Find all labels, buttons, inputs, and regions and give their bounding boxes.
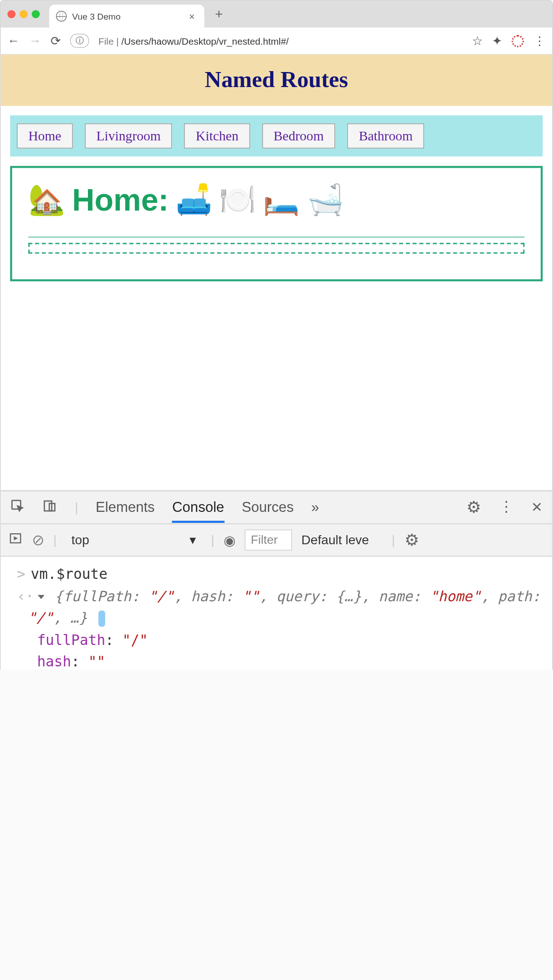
nav-livingroom[interactable]: Livingroom	[85, 124, 172, 149]
tab-active[interactable]: Vue 3 Demo ×	[49, 5, 204, 27]
settings-icon[interactable]: ⚙	[466, 498, 481, 516]
extensions-icon[interactable]: ✦	[492, 33, 502, 48]
devtools-tabs: | Elements Console Sources » ⚙ ⋮ ✕	[0, 491, 552, 524]
back-button[interactable]: ←	[7, 34, 20, 48]
window-controls	[7, 10, 40, 18]
toggle-sidebar-icon[interactable]	[9, 531, 22, 548]
minimize-window-icon[interactable]	[20, 10, 28, 18]
bed-icon: 🛏️	[263, 182, 300, 217]
nav-bedroom[interactable]: Bedroom	[262, 124, 335, 149]
nav-container: Home Livingroom Kitchen Bedroom Bathroom	[10, 115, 543, 156]
forward-button[interactable]: →	[29, 34, 41, 48]
chevron-down-icon: ▾	[189, 532, 196, 548]
page-content: Named Routes Home Livingroom Kitchen Bed…	[0, 55, 552, 490]
console-output[interactable]: >vm.$route ‹· {fullPath: "/", hash: "", …	[0, 557, 552, 670]
devtools-panel: | Elements Console Sources » ⚙ ⋮ ✕ ⊘ | t…	[0, 490, 552, 670]
home-heading: 🏡 Home: 🛋️ 🍽️ 🛏️ 🛁	[28, 181, 524, 218]
svg-rect-1	[44, 500, 51, 511]
address-bar: ← → ⟳ ⓘ File | /Users/haowu/Desktop/vr_n…	[0, 28, 552, 55]
sofa-icon: 🛋️	[175, 182, 212, 217]
tabs-more[interactable]: »	[311, 499, 319, 516]
info-badge-icon[interactable]: i	[98, 611, 105, 626]
expand-icon[interactable]	[38, 595, 45, 599]
maximize-window-icon[interactable]	[32, 10, 40, 18]
router-view: 🏡 Home: 🛋️ 🍽️ 🛏️ 🛁	[10, 166, 543, 281]
divider	[28, 237, 524, 237]
close-window-icon[interactable]	[7, 10, 15, 18]
vue-devtools-icon[interactable]	[512, 35, 524, 47]
plate-icon: 🍽️	[219, 182, 256, 217]
tab-bar: Vue 3 Demo × +	[0, 0, 552, 27]
console-input-value: vm.$route	[31, 566, 108, 583]
toolbar-icons: ☆ ✦ ⋮	[472, 33, 545, 48]
home-label: Home:	[72, 181, 169, 218]
inspect-element-icon[interactable]	[10, 498, 25, 516]
output-prompt: ‹·	[17, 588, 34, 604]
url-field[interactable]: File | /Users/haowu/Desktop/vr_nested.ht…	[98, 36, 462, 46]
input-prompt: >	[17, 566, 26, 583]
nav-home[interactable]: Home	[17, 124, 73, 149]
page-title: Named Routes	[0, 67, 552, 93]
tab-title: Vue 3 Demo	[72, 11, 120, 21]
log-level-select[interactable]: Default leve	[302, 532, 383, 547]
console-settings-icon[interactable]: ⚙	[405, 531, 420, 549]
site-info-icon[interactable]: ⓘ	[70, 34, 89, 48]
bath-icon: 🛁	[307, 182, 344, 217]
more-icon[interactable]: ⋮	[499, 499, 514, 516]
console-toolbar: ⊘ | top ▾ | ◉ Filter Default leve | ⚙	[0, 524, 552, 557]
device-toggle-icon[interactable]	[42, 498, 57, 516]
empty-space	[0, 302, 552, 490]
context-select[interactable]: top ▾	[66, 531, 202, 549]
tab-elements[interactable]: Elements	[96, 499, 155, 516]
new-tab-button[interactable]: +	[210, 5, 228, 23]
bookmark-icon[interactable]: ☆	[472, 33, 483, 48]
menu-icon[interactable]: ⋮	[533, 33, 546, 48]
close-devtools-icon[interactable]: ✕	[531, 499, 543, 516]
page-banner: Named Routes	[0, 55, 552, 106]
reload-button[interactable]: ⟳	[51, 33, 61, 48]
nav-bathroom[interactable]: Bathroom	[347, 124, 424, 149]
live-expression-icon[interactable]: ◉	[224, 532, 235, 548]
clear-console-icon[interactable]: ⊘	[32, 531, 44, 549]
filter-input[interactable]: Filter	[245, 530, 292, 551]
browser-window: Vue 3 Demo × + ← → ⟳ ⓘ File | /Users/hao…	[0, 0, 553, 670]
house-icon: 🏡	[28, 182, 65, 217]
globe-icon	[56, 11, 67, 22]
nested-router-view	[28, 243, 524, 254]
tab-sources[interactable]: Sources	[242, 499, 294, 516]
close-tab-icon[interactable]: ×	[189, 10, 195, 22]
nav-kitchen[interactable]: Kitchen	[184, 124, 250, 149]
tab-console[interactable]: Console	[172, 499, 224, 523]
